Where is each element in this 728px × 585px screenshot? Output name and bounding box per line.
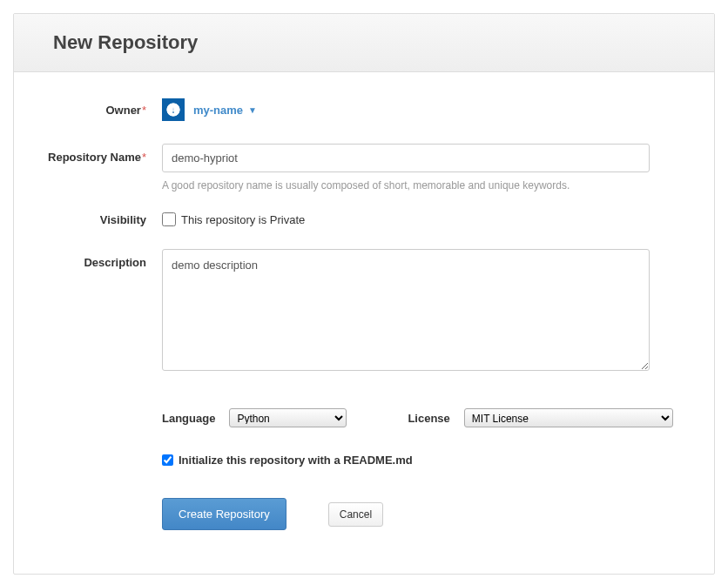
license-select[interactable]: MIT License: [464, 408, 673, 427]
repo-name-label-text: Repository Name: [48, 151, 141, 164]
language-group: Language Python: [162, 408, 347, 427]
panel-header: New Repository: [14, 14, 714, 72]
license-group: License MIT License: [408, 408, 672, 427]
owner-label-text: Owner: [105, 104, 140, 117]
owner-label: Owner*: [31, 104, 162, 117]
init-readme-row: Initialize this repository with a README…: [162, 454, 650, 467]
init-readme-checkbox[interactable]: [162, 454, 173, 466]
required-asterisk: *: [142, 104, 146, 117]
owner-input-col: my-name ▼: [162, 98, 650, 121]
repo-name-row: Repository Name* A good repository name …: [31, 144, 697, 204]
button-row: Create Repository Cancel: [162, 498, 650, 530]
description-input-col: demo description: [162, 249, 650, 373]
required-asterisk: *: [142, 151, 146, 164]
license-label: License: [408, 412, 449, 425]
create-repository-button[interactable]: Create Repository: [162, 498, 286, 530]
repo-name-label: Repository Name*: [31, 144, 162, 164]
description-row: Description demo description: [31, 249, 697, 373]
new-repository-panel: New Repository Owner* my-name ▼ Reposito…: [13, 13, 715, 575]
description-label: Description: [31, 249, 162, 269]
private-checkbox-label: This repository is Private: [181, 213, 305, 226]
select-row-wrapper: Language Python License MIT License: [31, 382, 697, 530]
repo-name-help-text: A good repository name is usually compos…: [162, 179, 650, 192]
visibility-label: Visibility: [31, 213, 162, 226]
owner-dropdown[interactable]: my-name ▼: [162, 98, 257, 121]
visibility-input-col: This repository is Private: [162, 212, 650, 226]
owner-row: Owner* my-name ▼: [31, 98, 697, 121]
repo-name-input-col: A good repository name is usually compos…: [162, 144, 650, 204]
language-select[interactable]: Python: [229, 408, 347, 427]
cancel-button[interactable]: Cancel: [328, 502, 383, 527]
visibility-checkbox-group: This repository is Private: [162, 212, 650, 226]
select-col: Language Python License MIT License: [162, 382, 650, 530]
description-textarea[interactable]: demo description: [162, 249, 650, 371]
visibility-row: Visibility This repository is Private: [31, 212, 697, 226]
repo-name-input[interactable]: [162, 144, 650, 172]
owner-name-text: my-name: [193, 104, 243, 117]
panel-body: Owner* my-name ▼ Repository Name* A good…: [14, 72, 714, 574]
lang-license-row: Language Python License MIT License: [162, 408, 650, 427]
owner-avatar-icon: [162, 98, 185, 121]
empty-label: [31, 382, 162, 389]
language-label: Language: [162, 412, 215, 425]
chevron-down-icon: ▼: [248, 105, 257, 115]
page-title: New Repository: [53, 31, 675, 54]
init-readme-label: Initialize this repository with a README…: [179, 454, 413, 467]
private-checkbox[interactable]: [162, 212, 176, 226]
